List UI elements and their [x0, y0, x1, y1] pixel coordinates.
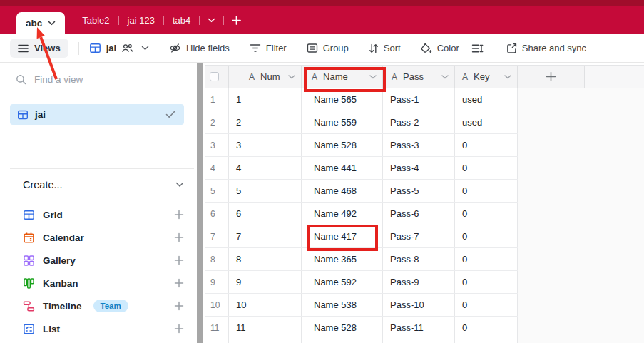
create-timeline-view[interactable]: Timeline Team — [0, 295, 197, 317]
cell-name[interactable]: Name 492 — [302, 203, 383, 225]
cell-name[interactable]: Name 417 — [302, 225, 383, 247]
cell-pass[interactable]: Pass-6 — [383, 203, 455, 225]
cell-key[interactable]: 0 — [455, 225, 518, 247]
row-number[interactable]: 2 — [205, 111, 229, 133]
row-number[interactable]: 8 — [205, 248, 229, 270]
tab-table2[interactable]: Table2 — [73, 15, 118, 26]
cell-name[interactable]: Name 441 — [302, 157, 383, 179]
cell-num[interactable]: 9 — [229, 271, 302, 293]
column-header-key[interactable]: A Key — [455, 66, 518, 88]
color-button[interactable]: Color — [421, 43, 459, 54]
row-height-button[interactable] — [471, 43, 484, 53]
cell-name[interactable]: Name 365 — [302, 248, 383, 270]
cell-pass[interactable]: Pass-2 — [383, 111, 455, 133]
create-grid-view[interactable]: Grid — [0, 203, 197, 226]
row-number[interactable]: 3 — [205, 134, 229, 156]
cell-name[interactable]: Name 565 — [302, 88, 383, 111]
cell-name[interactable]: Name 468 — [302, 180, 383, 202]
cell-pass[interactable]: Pass-11 — [383, 317, 455, 339]
sidebar-scrollbar[interactable] — [197, 63, 203, 343]
cell-num[interactable]: 8 — [229, 248, 302, 270]
cell-pass[interactable]: Pass-7 — [383, 225, 455, 247]
chevron-down-icon[interactable] — [288, 75, 295, 79]
column-header-num[interactable]: A Num — [229, 66, 302, 88]
column-header-name[interactable]: A Name — [302, 66, 383, 88]
plus-icon[interactable] — [174, 324, 184, 334]
plus-icon[interactable] — [174, 301, 184, 311]
cell-name[interactable] — [302, 339, 383, 343]
row-number[interactable]: 1 — [205, 88, 229, 111]
cell-num[interactable]: 5 — [229, 180, 302, 202]
chevron-down-icon[interactable] — [369, 75, 377, 79]
tab-tab4[interactable]: tab4 — [164, 15, 199, 26]
cell-num[interactable]: 4 — [229, 157, 302, 179]
cell-name[interactable]: Name 559 — [302, 111, 383, 133]
cell-key[interactable] — [455, 339, 518, 343]
cell-key[interactable]: 0 — [455, 134, 518, 156]
sidebar-view-item-jai[interactable]: jai — [10, 104, 184, 125]
plus-icon[interactable] — [174, 278, 184, 288]
cell-key[interactable]: 0 — [455, 248, 518, 270]
plus-icon[interactable] — [174, 232, 184, 242]
group-button[interactable]: Group — [307, 43, 349, 53]
cell-pass[interactable]: Pass-5 — [383, 180, 455, 202]
cell-pass[interactable]: Pass-9 — [383, 271, 455, 293]
tab-jai-123[interactable]: jai 123 — [119, 15, 163, 26]
cell-name[interactable]: Name 538 — [302, 294, 383, 316]
cell-name[interactable]: Name 528 — [302, 134, 383, 156]
cell-num[interactable]: 1 — [229, 88, 302, 111]
row-number[interactable]: 5 — [205, 180, 229, 202]
create-gallery-view[interactable]: Gallery — [0, 249, 197, 272]
hide-fields-button[interactable]: Hide fields — [169, 43, 230, 53]
cell-num[interactable]: 11 — [229, 317, 302, 339]
create-kanban-view[interactable]: Kanban — [0, 272, 197, 295]
column-header-pass[interactable]: A Pass — [383, 66, 455, 88]
row-number[interactable]: 9 — [205, 271, 229, 293]
plus-icon[interactable] — [174, 255, 184, 265]
chevron-down-icon[interactable] — [441, 75, 449, 79]
cell-pass[interactable]: Pass-10 — [383, 294, 455, 316]
create-list-view[interactable]: List — [0, 317, 197, 340]
cell-num[interactable]: 10 — [229, 294, 302, 316]
row-number[interactable]: 4 — [205, 157, 229, 179]
cell-pass[interactable]: Pass-4 — [383, 157, 455, 179]
cell-key[interactable]: 0 — [455, 317, 518, 339]
cell-key[interactable]: used — [455, 111, 518, 133]
cell-key[interactable]: 0 — [455, 180, 518, 202]
chevron-down-icon[interactable] — [141, 46, 149, 51]
cell-num[interactable]: 7 — [229, 225, 302, 247]
share-and-sync-button[interactable]: Share and sync — [506, 43, 586, 53]
cell-pass[interactable]: Pass-8 — [383, 248, 455, 270]
cell-key[interactable]: used — [455, 88, 518, 111]
chevron-down-icon[interactable] — [504, 75, 511, 79]
cell-name[interactable]: Name 592 — [302, 271, 383, 293]
current-view-selector[interactable]: jai — [89, 42, 149, 54]
cell-key[interactable]: 0 — [455, 203, 518, 225]
cell-name[interactable]: Name 528 — [302, 317, 383, 339]
row-number[interactable]: 7 — [205, 225, 229, 247]
filter-button[interactable]: Filter — [250, 43, 287, 53]
row-number[interactable]: 10 — [205, 294, 229, 316]
add-field-button[interactable] — [518, 66, 585, 88]
cell-pass[interactable]: Pass-3 — [383, 134, 455, 156]
select-all-checkbox[interactable] — [210, 72, 219, 81]
chevron-down-icon[interactable] — [48, 21, 56, 26]
row-number[interactable]: 11 — [205, 317, 229, 339]
views-button[interactable]: Views — [10, 39, 68, 58]
row-number[interactable]: 6 — [205, 203, 229, 225]
chevron-down-icon[interactable] — [175, 182, 184, 188]
add-table-plus-icon[interactable] — [224, 16, 249, 25]
cell-pass[interactable] — [383, 339, 455, 343]
cell-key[interactable]: 0 — [455, 294, 518, 316]
tab-list-chevron-down-icon[interactable] — [200, 18, 223, 23]
cell-num[interactable]: 2 — [229, 111, 302, 133]
cell-key[interactable]: 0 — [455, 271, 518, 293]
cell-num[interactable]: 3 — [229, 134, 302, 156]
find-view-search[interactable]: Find a view — [0, 63, 197, 96]
cell-num[interactable]: 6 — [229, 203, 302, 225]
cell-key[interactable]: 0 — [455, 157, 518, 179]
row-number[interactable] — [205, 339, 229, 343]
cell-num[interactable] — [229, 339, 302, 343]
cell-pass[interactable]: Pass-1 — [383, 88, 455, 111]
plus-icon[interactable] — [174, 210, 184, 220]
